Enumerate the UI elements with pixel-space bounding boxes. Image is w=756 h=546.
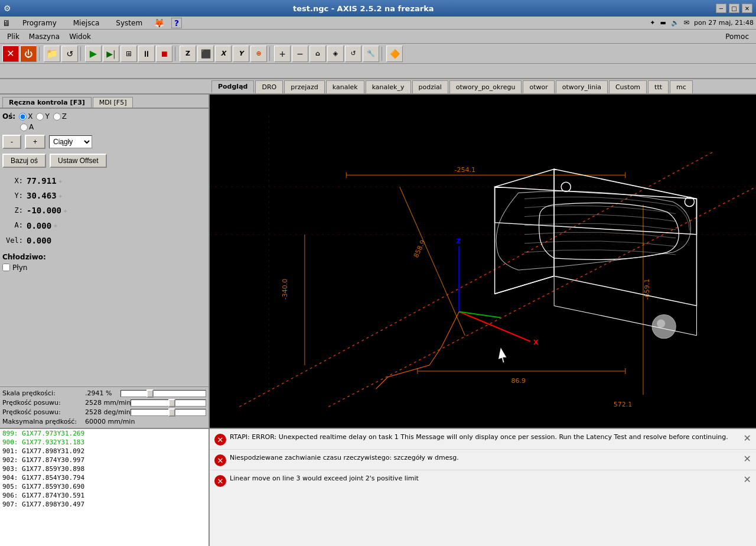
radio-x-text: X: [28, 112, 32, 121]
tabs-bar: [0, 64, 756, 79]
system-menu[interactable]: System: [111, 18, 147, 28]
viewport[interactable]: -254.1 858.9 Z X: [210, 95, 756, 428]
svg-point-30: [652, 314, 676, 338]
tab-otwor[interactable]: otwor: [523, 80, 554, 93]
error-1-text: RTAPI: ERROR: Unexpected realtime delay …: [230, 433, 741, 443]
coord-z-row: Z: -10.000 ✛: [2, 203, 206, 218]
reload-button[interactable]: ↺: [61, 46, 78, 62]
home-axis-button[interactable]: Bazuj oś: [2, 154, 46, 168]
spindle-rate-row: Prędkość posuwu: 2528 deg/min: [2, 408, 206, 416]
a-icon: ✛: [54, 220, 57, 231]
tab-kanalek[interactable]: kanalek: [326, 80, 364, 93]
gcode-list[interactable]: 899: G1X77.973Y31.269 900: G1X77.932Y31.…: [0, 428, 210, 546]
run-button[interactable]: ▶: [85, 46, 102, 62]
tool-btn[interactable]: 🔧: [363, 46, 379, 62]
tab-ttt[interactable]: ttt: [648, 80, 669, 93]
help-menu[interactable]: Pomoc: [721, 31, 754, 42]
gcode-line-905: 905: G1X77.859Y30.690: [0, 482, 208, 491]
help-icon[interactable]: ?: [171, 18, 182, 28]
reset-btn[interactable]: ↺: [345, 46, 361, 62]
jog-minus-button[interactable]: -: [2, 135, 21, 149]
close-button[interactable]: ✕: [742, 4, 752, 13]
step-button[interactable]: ⊞: [120, 46, 137, 62]
coolant-fluid-checkbox[interactable]: [2, 264, 10, 271]
spindle-rate-label: Prędkość posuwu:: [2, 408, 85, 416]
svg-line-3: [239, 151, 714, 407]
svg-line-9: [400, 187, 465, 335]
spindle-rate-slider[interactable]: [131, 409, 206, 416]
tab-kanalek-y[interactable]: kanalek_y: [366, 80, 411, 93]
system-tray: ✦ ▬ 🔊 ✉ pon 27 maj, 21:48: [650, 19, 754, 27]
error-1-close[interactable]: ✕: [744, 433, 751, 444]
coolant-label: Chłodziwo:: [2, 253, 206, 261]
file-menu[interactable]: Plik: [2, 31, 24, 42]
radio-x[interactable]: [19, 113, 27, 121]
estop-button[interactable]: ✕: [2, 46, 19, 62]
gcode-line-900: 900: G1X77.932Y31.183: [0, 438, 208, 447]
back-button[interactable]: ⬛: [197, 46, 214, 62]
mdi-tab[interactable]: MDI [F5]: [93, 97, 133, 108]
axis-y-btn[interactable]: Y: [233, 46, 249, 62]
maximize-button[interactable]: □: [729, 4, 739, 13]
tab-podglad[interactable]: Podgląd: [211, 80, 254, 93]
view-menu[interactable]: Widok: [64, 31, 96, 42]
x-icon: ✛: [59, 176, 63, 187]
tab-podzial[interactable]: podzial: [412, 80, 448, 93]
system-bar: 🖥 Programy Miejsca System 🦊 ? ✦ ▬ 🔊 ✉ po…: [0, 17, 756, 30]
z-label: Z:: [2, 204, 23, 217]
x-label: X:: [2, 175, 23, 188]
set-offset-button[interactable]: Ustaw Offset: [50, 154, 106, 168]
error-3-icon[interactable]: ✕: [214, 475, 226, 487]
svg-marker-26: [495, 187, 697, 234]
window-controls: − □ ✕: [716, 4, 752, 13]
feed-rate-thumb[interactable]: [168, 399, 175, 407]
add-btn[interactable]: +: [274, 46, 291, 62]
error-3-close[interactable]: ✕: [744, 474, 751, 485]
zero-z-button[interactable]: Z: [180, 46, 196, 62]
machine-menu[interactable]: Maszyna: [24, 31, 64, 42]
tab-otwory-linia[interactable]: otwory_linia: [556, 80, 608, 93]
radio-y[interactable]: [36, 113, 44, 121]
manual-tab[interactable]: Ręczna kontrola [F3]: [2, 97, 92, 108]
tab-mc[interactable]: mc: [670, 80, 693, 93]
error-2-close[interactable]: ✕: [744, 453, 751, 464]
touch-btn[interactable]: ◈: [327, 46, 344, 62]
volume-icon: 🔊: [671, 19, 679, 27]
stop-button[interactable]: ⏹: [156, 46, 172, 62]
programs-menu[interactable]: Programy: [18, 18, 61, 28]
z-icon: ✛: [64, 206, 67, 216]
axis-z-btn2[interactable]: ⊕: [250, 46, 267, 62]
radio-z[interactable]: [53, 113, 61, 121]
minus-btn[interactable]: −: [292, 46, 308, 62]
open-file-button[interactable]: 📁: [44, 46, 60, 62]
axis-label: Oś:: [2, 112, 15, 121]
home-btn[interactable]: ⌂: [309, 46, 326, 62]
jog-plus-button[interactable]: +: [25, 135, 45, 149]
toolbar-sep4: [269, 47, 272, 61]
svg-text:-254.1: -254.1: [455, 166, 476, 174]
pause-button[interactable]: ⏸: [138, 46, 155, 62]
svg-line-13: [459, 311, 500, 317]
jog-mode-select[interactable]: Ciągły Krokowy: [49, 135, 92, 148]
radio-a[interactable]: [20, 124, 28, 131]
speed-scale-slider[interactable]: [120, 390, 206, 397]
spindle-rate-thumb[interactable]: [168, 408, 175, 417]
clear-btn[interactable]: 🔶: [386, 46, 403, 62]
tab-dro[interactable]: DRO: [255, 80, 283, 93]
tab-przejazd[interactable]: przejazd: [284, 80, 325, 93]
run-from-button[interactable]: ▶|: [103, 46, 119, 62]
speed-scale-thumb[interactable]: [146, 389, 154, 398]
error-1-icon[interactable]: ✕: [214, 434, 226, 446]
error-2-icon[interactable]: ✕: [214, 454, 226, 466]
error-2-text: Niespodziewane zachwianie czasu rzeczywi…: [230, 453, 741, 463]
minimize-button[interactable]: −: [716, 4, 726, 13]
tab-otwory-po-okregu[interactable]: otwory_po_okregu: [449, 80, 522, 93]
tab-custom[interactable]: Custom: [609, 80, 647, 93]
places-menu[interactable]: Miejsca: [69, 18, 105, 28]
tabs-row: Podgląd DRO przejazd kanalek kanalek_y p…: [0, 79, 756, 95]
svg-text:-340.0: -340.0: [281, 279, 289, 300]
axis-btns-row: Bazuj oś Ustaw Offset: [2, 154, 206, 168]
power-button[interactable]: ⏻: [20, 46, 37, 62]
axis-x-btn[interactable]: X: [215, 46, 232, 62]
feed-rate-slider[interactable]: [131, 399, 206, 407]
